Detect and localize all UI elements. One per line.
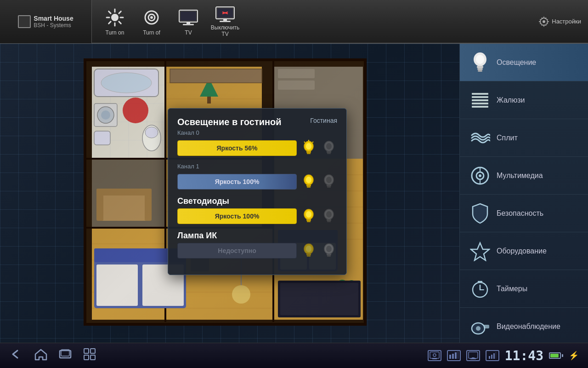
taskbar-right: 11:43 ⚡: [428, 348, 579, 363]
svg-line-7: [119, 11, 121, 13]
ir-on-button[interactable]: [300, 242, 317, 259]
back-button[interactable]: [9, 349, 23, 362]
app-subtitle: BSH - Systems: [34, 22, 73, 29]
svg-rect-132: [327, 255, 331, 257]
channel0-off-button[interactable]: [321, 140, 337, 156]
leds-slider[interactable]: Яркость 100%: [177, 208, 297, 224]
svg-point-130: [326, 246, 332, 252]
sidebar-item-security[interactable]: Безопасность: [460, 195, 588, 232]
tv-off-icon: [215, 6, 235, 23]
multimedia-icon: [469, 165, 491, 187]
svg-line-6: [119, 21, 121, 23]
svg-rect-128: [307, 255, 311, 257]
screen-icon[interactable]: [466, 350, 480, 361]
svg-rect-163: [455, 352, 457, 359]
svg-rect-162: [452, 354, 454, 359]
logo-icon: [18, 15, 31, 28]
turn-on-label: Turn on: [106, 29, 124, 36]
svg-rect-100: [306, 151, 311, 153]
channel1-label: Канал 1: [177, 163, 337, 170]
toolbar: Smart House BSH - Systems: [0, 0, 588, 44]
right-sidebar: Освещение Жалюзи: [459, 44, 588, 368]
settings-link[interactable]: Настройки: [538, 16, 581, 27]
settings-gear-icon: [538, 16, 549, 27]
tv-button[interactable]: TV: [170, 2, 207, 41]
svg-rect-127: [306, 253, 311, 255]
svg-rect-116: [327, 186, 331, 188]
sidebar-item-equipment[interactable]: Оборудование: [460, 232, 588, 270]
equipment-icon: [469, 240, 491, 262]
svg-rect-135: [477, 66, 483, 68]
channel0-on-button[interactable]: [300, 140, 317, 156]
floorplan-area: Освещение в гостиной Гостиная Канал 0 Яр…: [0, 44, 459, 368]
channel0-brightness: Яркость 56%: [217, 144, 258, 152]
screenshot-icon[interactable]: [428, 350, 441, 361]
svg-line-5: [109, 11, 111, 13]
svg-rect-19: [220, 21, 231, 22]
svg-rect-101: [307, 153, 311, 154]
svg-rect-108: [327, 153, 331, 154]
channel0-label: Канал 0: [177, 129, 337, 136]
svg-rect-120: [307, 221, 311, 222]
sidebar-item-blinds[interactable]: Жалюзи: [460, 81, 588, 119]
channel1-slider[interactable]: Яркость 100%: [177, 174, 297, 190]
svg-rect-123: [327, 219, 331, 221]
logo-area: Smart House BSH - Systems: [0, 0, 92, 43]
svg-rect-167: [472, 357, 475, 359]
svg-rect-164: [458, 351, 458, 359]
leds-off-button[interactable]: [321, 208, 337, 224]
svg-point-110: [306, 177, 311, 183]
battery-icon: [549, 352, 563, 359]
sidebar-item-cctv[interactable]: Видеонаблюдение: [460, 308, 588, 345]
ir-off-button[interactable]: [321, 242, 337, 259]
svg-rect-154: [84, 349, 89, 353]
svg-rect-165: [469, 352, 478, 358]
leds-brightness: Яркость 100%: [215, 213, 260, 220]
channel1-off-button[interactable]: [321, 173, 337, 190]
tv-off-label: Выключить TV: [209, 24, 241, 37]
sidebar-item-lighting[interactable]: Освещение: [460, 44, 588, 81]
tv-off-button[interactable]: Выключить TV: [207, 2, 243, 41]
timers-icon: [469, 278, 491, 300]
sidebar-item-multimedia[interactable]: Мультимедиа: [460, 157, 588, 195]
svg-rect-111: [306, 184, 311, 186]
svg-rect-115: [327, 184, 331, 186]
channel1-row: Яркость 100%: [177, 173, 337, 190]
sidebar-item-split[interactable]: Сплит: [460, 119, 588, 157]
svg-line-8: [109, 21, 111, 23]
sidebar-item-timers[interactable]: Таймеры: [460, 270, 588, 308]
svg-point-114: [326, 177, 332, 183]
channel1-brightness: Яркость 100%: [215, 178, 260, 185]
timers-label: Таймеры: [497, 285, 527, 293]
tv-label: TV: [185, 29, 192, 36]
svg-point-22: [543, 20, 545, 23]
svg-rect-137: [478, 70, 482, 72]
svg-rect-136: [477, 68, 483, 70]
turn-off-button[interactable]: Turn of: [133, 2, 170, 41]
svg-rect-13: [181, 12, 196, 21]
svg-rect-170: [493, 353, 495, 359]
svg-rect-156: [84, 355, 89, 360]
app-title: Smart House: [34, 15, 73, 22]
channel1-on-button[interactable]: [300, 173, 317, 190]
equipment-label: Оборудование: [497, 247, 547, 255]
svg-rect-18: [223, 19, 227, 21]
home-button[interactable]: [34, 348, 47, 363]
leds-row: Яркость 100%: [177, 208, 337, 224]
svg-rect-112: [307, 186, 311, 188]
grid-button[interactable]: [83, 348, 96, 363]
leds-on-button[interactable]: [300, 208, 317, 224]
svg-rect-14: [187, 22, 190, 24]
ir-lamp-row: Недоступно: [177, 242, 337, 259]
security-label: Безопасность: [497, 209, 543, 218]
svg-point-140: [479, 174, 481, 177]
dialog-room: Гостиная: [310, 117, 337, 124]
channel0-slider[interactable]: Яркость 56%: [177, 140, 297, 156]
recents-button[interactable]: [59, 349, 72, 362]
turn-on-button[interactable]: Turn on: [96, 2, 133, 41]
cctv-label: Видеонаблюдение: [497, 322, 560, 331]
tv-icon: [178, 7, 198, 28]
svg-rect-107: [327, 151, 331, 153]
svg-point-11: [150, 16, 153, 19]
blinds-icon: [469, 89, 491, 111]
